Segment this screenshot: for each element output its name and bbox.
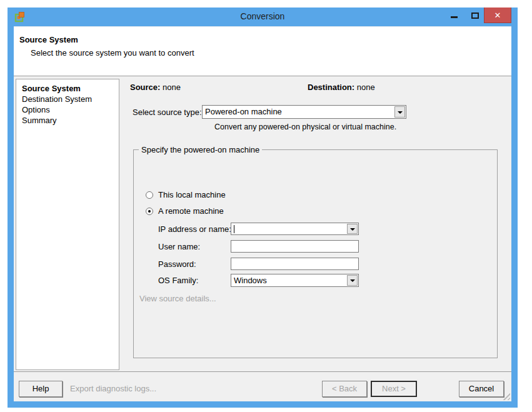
minimize-icon[interactable] — [451, 16, 458, 18]
source-type-selected-value: Powered-on machine — [205, 107, 393, 116]
radio-local-icon[interactable] — [146, 191, 153, 199]
source-label: Source: — [130, 83, 160, 92]
client-area: Source System Select the source system y… — [14, 26, 511, 401]
password-label: Password: — [158, 259, 196, 269]
sidebar-item-source-system[interactable]: Source System — [22, 83, 119, 94]
source-type-label: Select source type: — [133, 108, 202, 117]
ip-address-label: IP address or name: — [158, 224, 231, 234]
window-title: Conversion — [8, 11, 518, 21]
radio-remote-label: A remote machine — [158, 206, 224, 216]
page-subtitle: Select the source system you want to con… — [31, 48, 194, 58]
close-icon[interactable]: ✕ — [484, 8, 511, 23]
os-family-selected-value: Windows — [234, 276, 346, 285]
titlebar[interactable]: Conversion ✕ — [8, 8, 518, 26]
cancel-button[interactable]: Cancel — [459, 381, 504, 397]
sidebar-item-destination-system[interactable]: Destination System — [22, 94, 119, 104]
radio-local-label: This local machine — [158, 190, 226, 199]
back-button: < Back — [322, 381, 367, 397]
chevron-down-icon — [350, 279, 355, 282]
text-caret — [234, 225, 234, 233]
wizard-header: Source System Select the source system y… — [14, 27, 511, 76]
next-button: Next > — [371, 381, 417, 397]
powered-on-machine-group: Specify the powered-on machine This loca… — [133, 149, 498, 358]
header-separator — [14, 76, 511, 76]
source-status: Source: none — [130, 83, 181, 92]
user-name-label: User name: — [158, 242, 200, 251]
chevron-down-icon — [350, 228, 355, 231]
password-field[interactable] — [231, 258, 359, 270]
conversion-window: Conversion ✕ Source System Select the so… — [8, 8, 518, 408]
source-value: none — [163, 83, 181, 92]
source-type-dropdown[interactable]: Powered-on machine — [202, 105, 406, 119]
destination-value: none — [357, 83, 375, 92]
os-family-dropdown[interactable]: Windows — [231, 274, 359, 287]
wizard-steps-sidebar: Source System Destination System Options… — [16, 79, 119, 370]
source-type-dropdown-button[interactable] — [394, 106, 405, 118]
ip-dropdown-button[interactable] — [347, 224, 358, 234]
ip-address-combo[interactable] — [231, 223, 359, 235]
destination-label: Destination: — [308, 83, 354, 92]
sidebar-item-summary[interactable]: Summary — [22, 115, 119, 126]
user-name-field[interactable] — [231, 240, 359, 253]
export-diagnostic-logs-link: Export diagnostic logs... — [70, 384, 156, 393]
sidebar-item-options[interactable]: Options — [22, 104, 119, 115]
maximize-icon[interactable] — [471, 13, 479, 19]
page-title: Source System — [19, 35, 78, 44]
help-button[interactable]: Help — [19, 381, 63, 397]
chevron-down-icon — [398, 111, 403, 114]
radio-local-machine[interactable]: This local machine — [146, 190, 226, 199]
destination-status: Destination: none — [308, 83, 375, 92]
radio-remote-machine[interactable]: A remote machine — [146, 206, 224, 216]
os-family-label: OS Family: — [158, 276, 198, 285]
os-family-dropdown-button[interactable] — [347, 275, 358, 286]
group-title: Specify the powered-on machine — [139, 145, 262, 154]
source-type-description: Convert any powered-on physical or virtu… — [214, 123, 396, 131]
view-source-details-link: View source details... — [139, 294, 216, 303]
footer-separator — [14, 371, 511, 372]
radio-remote-icon[interactable] — [146, 208, 153, 215]
